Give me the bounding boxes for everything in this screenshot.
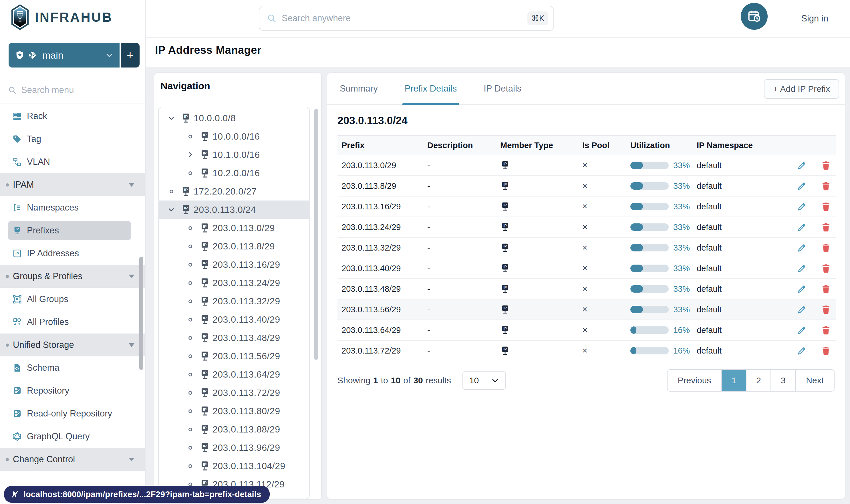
chevron-down-icon[interactable] bbox=[165, 206, 178, 213]
tree-item[interactable]: IP 10.0.0.0/16 bbox=[159, 127, 309, 146]
sidebar-item-read-only-repository[interactable]: Read-only Repository bbox=[0, 402, 145, 425]
page-button-1[interactable]: 1 bbox=[721, 370, 746, 391]
edit-icon[interactable] bbox=[797, 201, 807, 212]
branch-dropdown[interactable]: main bbox=[8, 43, 120, 68]
tree-item[interactable]: IP 203.0.113.80/29 bbox=[159, 402, 309, 420]
navigation-scrollbar[interactable] bbox=[314, 109, 318, 360]
edit-icon[interactable] bbox=[797, 222, 807, 232]
tree-item[interactable]: IP 203.0.113.40/29 bbox=[159, 310, 309, 329]
sidebar-item-rack[interactable]: Rack bbox=[0, 105, 145, 128]
leaf-circle-icon[interactable] bbox=[184, 373, 197, 376]
sidebar-item-repository[interactable]: Repository bbox=[0, 379, 145, 402]
prefix-cell[interactable]: 203.0.113.64/29 bbox=[338, 325, 423, 335]
table-row[interactable]: 203.0.113.32/29 - IP × 33% default bbox=[338, 238, 836, 258]
sidebar-item-vlan[interactable]: VLAN bbox=[0, 150, 145, 173]
time-travel-button[interactable] bbox=[741, 3, 767, 30]
edit-icon[interactable] bbox=[797, 304, 807, 314]
table-row[interactable]: 203.0.113.0/29 - IP × 33% default bbox=[338, 155, 836, 176]
leaf-circle-icon[interactable] bbox=[184, 428, 197, 431]
edit-icon[interactable] bbox=[797, 242, 807, 253]
tree-item[interactable]: IP 203.0.113.0/24 bbox=[159, 200, 309, 219]
delete-icon[interactable] bbox=[821, 325, 831, 335]
prefix-cell[interactable]: 203.0.113.48/29 bbox=[338, 284, 423, 294]
tree-item[interactable]: IP 10.0.0.0/8 bbox=[159, 109, 309, 127]
edit-icon[interactable] bbox=[797, 160, 807, 170]
leaf-circle-icon[interactable] bbox=[184, 226, 197, 230]
sidebar-item-namespaces[interactable]: Namespaces bbox=[0, 196, 145, 219]
tree-item[interactable]: IP 203.0.113.72/29 bbox=[159, 383, 309, 402]
tree-item[interactable]: IP 203.0.113.88/29 bbox=[159, 420, 309, 438]
table-row[interactable]: 203.0.113.72/29 - IP × 16% default bbox=[338, 341, 836, 361]
leaf-circle-icon[interactable] bbox=[184, 391, 197, 395]
tree-item[interactable]: IP 203.0.113.104/29 bbox=[159, 457, 309, 475]
sidebar-item-schema[interactable]: Schema bbox=[0, 356, 145, 379]
leaf-circle-icon[interactable] bbox=[184, 300, 197, 303]
tree-item[interactable]: IP 203.0.113.56/29 bbox=[159, 347, 309, 365]
menu-search[interactable] bbox=[0, 77, 145, 104]
chevron-right-icon[interactable] bbox=[184, 151, 197, 159]
table-row[interactable]: 203.0.113.8/29 - IP × 33% default bbox=[338, 176, 836, 197]
edit-icon[interactable] bbox=[797, 181, 807, 191]
tree-item[interactable]: IP 203.0.113.64/29 bbox=[159, 365, 309, 383]
sign-in-button[interactable]: Sign in bbox=[801, 0, 828, 37]
leaf-circle-icon[interactable] bbox=[184, 355, 197, 358]
delete-icon[interactable] bbox=[821, 222, 831, 232]
add-ip-prefix-button[interactable]: + Add IP Prefix bbox=[764, 79, 839, 99]
leaf-circle-icon[interactable] bbox=[184, 318, 197, 322]
leaf-circle-icon[interactable] bbox=[184, 409, 197, 413]
prefix-cell[interactable]: 203.0.113.56/29 bbox=[338, 305, 423, 314]
delete-icon[interactable] bbox=[821, 263, 831, 273]
delete-icon[interactable] bbox=[821, 284, 831, 294]
tree-item[interactable]: IP 10.1.0.0/16 bbox=[159, 146, 309, 164]
tree-item[interactable]: IP 172.20.20.0/27 bbox=[159, 182, 309, 200]
prefix-cell[interactable]: 203.0.113.24/29 bbox=[338, 222, 423, 232]
menu-search-input[interactable] bbox=[21, 85, 137, 95]
delete-icon[interactable] bbox=[821, 160, 831, 170]
delete-icon[interactable] bbox=[821, 304, 831, 314]
leaf-circle-icon[interactable] bbox=[184, 336, 197, 340]
table-row[interactable]: 203.0.113.64/29 - IP × 16% default bbox=[338, 320, 836, 341]
sidebar-section-unified-storage[interactable]: Unified Storage bbox=[0, 334, 145, 356]
chevron-down-icon[interactable] bbox=[165, 114, 178, 122]
page-button-3[interactable]: 3 bbox=[771, 370, 795, 391]
leaf-circle-icon[interactable] bbox=[184, 171, 197, 175]
tree-item[interactable]: IP 203.0.113.24/29 bbox=[159, 274, 309, 292]
table-row[interactable]: 203.0.113.16/29 - IP × 33% default bbox=[338, 197, 836, 217]
sidebar-item-graphql-query[interactable]: GraphQL Query bbox=[0, 425, 145, 448]
sidebar-item-prefixes[interactable]: IP Prefixes bbox=[0, 219, 145, 242]
global-search-input[interactable] bbox=[276, 13, 527, 23]
prefix-cell[interactable]: 203.0.113.8/29 bbox=[338, 181, 423, 191]
prefix-cell[interactable]: 203.0.113.40/29 bbox=[338, 264, 423, 273]
tree-item[interactable]: IP 203.0.113.8/29 bbox=[159, 237, 309, 255]
prefix-cell[interactable]: 203.0.113.16/29 bbox=[338, 202, 423, 211]
edit-icon[interactable] bbox=[797, 345, 807, 356]
leaf-circle-icon[interactable] bbox=[184, 446, 197, 450]
table-row[interactable]: 203.0.113.40/29 - IP × 33% default bbox=[338, 258, 836, 279]
leaf-circle-icon[interactable] bbox=[184, 464, 197, 468]
sidebar-section-ipam[interactable]: IPAM bbox=[0, 173, 145, 196]
delete-icon[interactable] bbox=[821, 242, 831, 253]
sidebar-scrollbar[interactable] bbox=[139, 256, 143, 370]
edit-icon[interactable] bbox=[797, 325, 807, 335]
tab-prefix-details[interactable]: Prefix Details bbox=[402, 73, 459, 104]
tab-ip-details[interactable]: IP Details bbox=[481, 73, 524, 104]
next-page-button[interactable]: Next bbox=[795, 370, 834, 391]
tree-item[interactable]: IP 10.2.0.0/16 bbox=[159, 164, 309, 182]
leaf-circle-icon[interactable] bbox=[184, 245, 197, 248]
tab-summary[interactable]: Summary bbox=[338, 73, 380, 104]
edit-icon[interactable] bbox=[797, 263, 807, 273]
tree-item[interactable]: IP 203.0.113.96/29 bbox=[159, 438, 309, 457]
table-row[interactable]: 203.0.113.24/29 - IP × 33% default bbox=[338, 217, 836, 238]
leaf-circle-icon[interactable] bbox=[184, 281, 197, 285]
sidebar-section-groups-profiles[interactable]: Groups & Profiles bbox=[0, 265, 145, 288]
prefix-cell[interactable]: 203.0.113.72/29 bbox=[338, 346, 423, 356]
sidebar-item-all-groups[interactable]: All Groups bbox=[0, 288, 145, 311]
sidebar-item-all-profiles[interactable]: All Profiles bbox=[0, 311, 145, 334]
global-search[interactable]: ⌘K bbox=[259, 6, 554, 31]
create-branch-button[interactable]: + bbox=[121, 43, 140, 68]
tree-item[interactable]: IP 203.0.113.48/29 bbox=[159, 329, 309, 347]
prefix-cell[interactable]: 203.0.113.32/29 bbox=[338, 243, 423, 253]
edit-icon[interactable] bbox=[797, 284, 807, 294]
table-row[interactable]: 203.0.113.56/29 - IP × 33% default bbox=[338, 300, 836, 320]
table-row[interactable]: 203.0.113.48/29 - IP × 33% default bbox=[338, 279, 836, 300]
